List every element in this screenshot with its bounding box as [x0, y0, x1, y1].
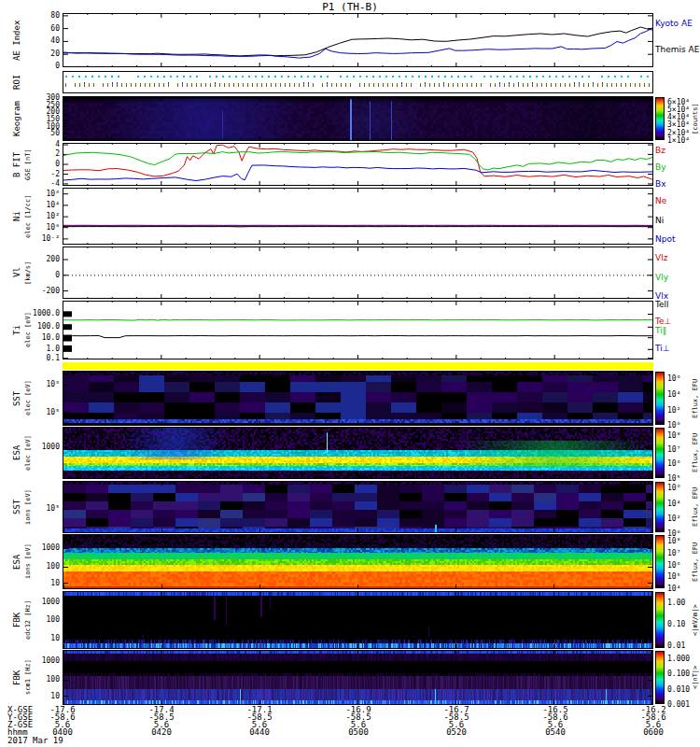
ylabel-sst_e: SST	[13, 371, 24, 426]
ytick-label: -200	[28, 288, 60, 296]
axis-frame	[63, 14, 653, 67]
ytick-label: 0.1	[28, 355, 60, 363]
series-bx	[63, 165, 652, 181]
ytick-label: 0	[28, 272, 60, 280]
colorbar-unit-fbk1: <|mV/m|>	[693, 591, 700, 649]
ytick-label: 1.0	[28, 345, 60, 354]
ylabel-ni: Ni	[13, 188, 24, 245]
colorbar-unit-esa_i: Eflux, EFU	[693, 534, 700, 589]
ytick-label: 40	[28, 37, 60, 46]
spectrogram-fbk1	[63, 592, 652, 648]
separator-bar	[63, 362, 653, 370]
ylabel-ae: AE Index	[13, 13, 24, 67]
colorbar-unit-esa_e: Eflux, EFU	[693, 427, 700, 479]
ytick-label: 1000	[28, 544, 60, 553]
axis-frame	[63, 302, 653, 359]
plot-area-ae	[63, 13, 653, 67]
colorbar-tick-label: 10²	[667, 407, 692, 416]
colorbar-unit-keogram: [counts]	[693, 96, 700, 141]
series-label-bz: Bz	[655, 147, 698, 156]
ytick-label: 100	[28, 563, 60, 571]
plot-root: P1 (TH-B) AE Index806040200Kyoto AEThemi…	[0, 0, 700, 747]
ytick-label: 10.0	[28, 334, 60, 343]
ytick-label: 1000.0	[28, 310, 60, 318]
ytick-label: 10	[28, 580, 60, 588]
series-label-ti: Ti∥	[655, 327, 698, 336]
colorbar-tick-label: 10⁷	[667, 550, 692, 558]
colorbar-esa_i	[655, 535, 665, 588]
colorbar-esa_e	[655, 428, 665, 478]
ytick-label: 20	[28, 50, 60, 59]
colorbar-tick-label: 10⁰	[667, 422, 692, 430]
colorbar-tick-label: 10⁶	[667, 375, 692, 384]
plot-area-ti	[63, 301, 653, 359]
ytick-label: 100.0	[28, 323, 60, 331]
series-te	[63, 336, 652, 338]
data-gap-mark	[63, 335, 72, 342]
ylabel-roi: ROI	[13, 71, 24, 93]
ytick-label: 0	[28, 161, 60, 169]
ylabel-fbk1: FBK	[13, 591, 24, 649]
ylabel-sst_i: SST	[13, 481, 24, 533]
plot-area-ni	[63, 188, 653, 245]
axis-frame	[63, 247, 653, 299]
colorbar-tick-label: 10⁵	[667, 475, 692, 484]
ytick-label: 2	[28, 150, 60, 159]
ylabel-fbk2: FBK	[13, 650, 24, 705]
colorbar-tick-label: 10⁵	[667, 573, 692, 582]
colorbar-fbk2	[655, 651, 665, 704]
ylabel-sub-sst_e: elec [eV]	[25, 371, 34, 426]
colorbar-tick-label: 1×10⁴	[667, 137, 692, 146]
data-gap-mark	[63, 324, 72, 330]
colorbar-fbk1	[655, 592, 665, 648]
ytick-label: 0	[28, 63, 60, 71]
colorbar-tick-label: 0.100	[667, 670, 692, 679]
ylabel-bfit: B FIT	[13, 143, 24, 186]
colorbar-unit-fbk2: <|nT|>	[693, 650, 700, 705]
ytick-label: 200	[28, 256, 60, 264]
axis-frame	[63, 189, 653, 245]
series-label-themisae: Themis AE	[655, 46, 698, 55]
colorbar-tick-label: 10⁴	[667, 391, 692, 400]
xaxis-value: 0420	[141, 728, 182, 737]
ylabel-keogram: Keogram	[13, 96, 24, 141]
xaxis-value: 0500	[338, 728, 379, 737]
ytick-label: 50	[28, 130, 60, 138]
colorbar-sst_e	[655, 372, 665, 425]
ytick-label: 10⁵	[28, 505, 60, 514]
colorbar-tick-label: 10²	[667, 515, 692, 524]
ylabel-sub-esa_e: elec [eV]	[25, 427, 34, 479]
series-label-kyotoae: Kyoto AE	[655, 20, 698, 29]
xaxis-value: 0440	[239, 728, 280, 737]
series-label-by: By	[655, 163, 698, 173]
spectrogram-fbk2	[63, 651, 652, 704]
colorbar-unit-sst_i: Eflux, EFU	[693, 481, 700, 533]
series-ti	[63, 319, 652, 320]
ytick-label: 10⁻²	[28, 235, 60, 244]
series-label-npot: Npot	[655, 235, 698, 245]
date-label: 2017 Mar 19	[7, 737, 101, 745]
colorbar-sst_i	[655, 482, 665, 532]
ylabel-vl: Vl	[13, 247, 24, 299]
series-label-vly: Vly	[655, 274, 698, 283]
series-label-vlz: Vlz	[655, 254, 698, 263]
colorbar-tick-label: 10⁴	[667, 500, 692, 509]
data-gap-mark	[63, 345, 72, 352]
series-label-ni: Ni	[655, 217, 698, 226]
spectrogram-sst_i	[63, 482, 652, 532]
ytick-label: 1000	[28, 657, 60, 666]
colorbar-tick-label: 10⁷	[667, 446, 692, 455]
ytick-label: 60	[28, 25, 60, 34]
xaxis-value: 0600	[633, 728, 674, 737]
spectrogram-sst_e	[63, 372, 652, 425]
colorbar-tick-label: 10⁶	[667, 485, 692, 493]
series-label-ne: Ne	[655, 197, 698, 206]
spectrogram-keogram	[63, 97, 652, 140]
ylabel-esa_e: ESA	[13, 427, 24, 479]
plot-area-bfit	[63, 143, 653, 186]
spectrogram-esa_e	[63, 428, 652, 478]
colorbar-tick-label: 0.010	[667, 686, 692, 695]
ytick-label: 10⁶	[28, 381, 60, 389]
colorbar-tick-label: 10⁸	[667, 538, 692, 546]
ytick-label: -2	[28, 171, 60, 179]
